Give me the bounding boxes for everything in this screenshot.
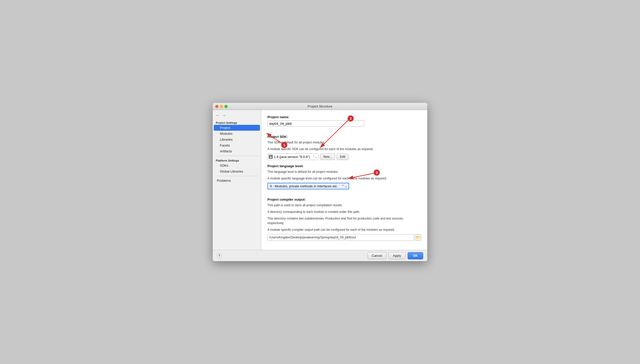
project-sdk-label: Project SDK:: [267, 135, 421, 139]
main-content: Project name: Project SDK: This SDK is d…: [261, 110, 427, 250]
compiler-desc-3: This directory contains two subdirectori…: [267, 216, 421, 225]
folder-browse-button[interactable]: 📁: [415, 234, 421, 241]
project-compiler-label: Project compiler output:: [267, 198, 421, 201]
footer-left: ?: [217, 253, 222, 258]
sidebar-item-sdks-label: SDKs: [220, 164, 228, 167]
sidebar-item-sdks[interactable]: SDKs: [214, 163, 260, 168]
sidebar-item-facets-label: Facets: [220, 143, 230, 147]
sdk-desc-2: A module specific SDK can be configured …: [267, 147, 421, 151]
compiler-desc-4: A module specific compiler output path c…: [267, 227, 421, 232]
forward-button[interactable]: →: [221, 113, 227, 118]
folder-icon: 📁: [416, 235, 420, 239]
sdk-controls: 💾 1.9 (java version "9.0.4") ⌃⌄ New... E…: [267, 153, 421, 160]
minimize-button[interactable]: [220, 105, 223, 108]
sdk-desc-1: This SDK is default for all project modu…: [267, 140, 421, 145]
compiler-desc-2: A directory corresponding to each module…: [267, 210, 421, 214]
cancel-button[interactable]: Cancel: [368, 252, 386, 259]
sidebar-divider-2: [215, 176, 258, 176]
project-sdk-section: Project SDK: This SDK is default for all…: [267, 135, 421, 160]
sidebar-item-libraries[interactable]: Libraries: [214, 137, 260, 142]
maximize-button[interactable]: [224, 105, 228, 108]
project-name-input[interactable]: [267, 120, 364, 127]
sidebar-item-artifacts-label: Artifacts: [220, 149, 232, 153]
sidebar-item-problems-label: Problems: [217, 179, 231, 183]
sidebar-item-global-libraries-label: Global Libraries: [220, 169, 243, 173]
traffic-lights: [215, 105, 228, 108]
lang-desc-1: This language level is default for all p…: [267, 169, 421, 174]
sdk-new-button[interactable]: New...: [320, 153, 335, 160]
close-button[interactable]: [215, 105, 218, 108]
sdk-icon: 💾: [269, 155, 273, 159]
footer-right: Cancel Apply OK: [368, 252, 423, 259]
project-structure-window: Project Structure ← → Project Settings P…: [213, 103, 427, 261]
project-compiler-section: Project compiler output: This path is us…: [267, 198, 421, 241]
compiler-desc-1: This path is used to store all project c…: [267, 203, 421, 208]
back-button[interactable]: ←: [215, 113, 220, 118]
compiler-output-input[interactable]: [267, 234, 414, 241]
sidebar-item-artifacts[interactable]: Artifacts: [214, 148, 260, 154]
project-name-label: Project name:: [267, 115, 421, 119]
project-language-section: Project language level: This language le…: [267, 164, 421, 193]
platform-settings-label: Platform Settings: [213, 157, 261, 163]
sidebar-item-modules[interactable]: Modules: [214, 131, 260, 137]
sidebar-item-libraries-label: Libraries: [220, 138, 233, 141]
apply-button[interactable]: Apply: [388, 252, 406, 259]
window-title: Project Structure: [308, 104, 333, 108]
sdk-select-arrow: ⌃⌄: [313, 155, 317, 159]
sdk-edit-button[interactable]: Edit: [337, 153, 349, 160]
sidebar-item-project[interactable]: Project: [214, 125, 260, 131]
sidebar-item-global-libraries[interactable]: Global Libraries: [214, 168, 260, 174]
project-language-label: Project language level:: [267, 164, 421, 168]
sidebar-item-facets[interactable]: Facets: [214, 142, 260, 148]
project-name-section: Project name:: [267, 115, 421, 131]
nav-controls: ← →: [213, 112, 261, 120]
sidebar-item-project-label: Project: [220, 126, 230, 130]
help-button[interactable]: ?: [217, 253, 222, 258]
sdk-select-value: 1.9 (java version "9.0.4"): [274, 155, 310, 159]
project-settings-label: Project Settings: [213, 120, 261, 125]
sidebar: ← → Project Settings Project Modules Lib…: [213, 110, 261, 250]
sidebar-item-modules-label: Modules: [220, 132, 232, 136]
ok-button[interactable]: OK: [408, 252, 423, 259]
sidebar-item-problems[interactable]: Problems: [214, 178, 260, 184]
sidebar-divider-1: [215, 156, 258, 156]
titlebar: Project Structure: [213, 103, 427, 110]
footer: ? Cancel Apply OK: [213, 250, 427, 261]
compiler-output-row: 📁: [267, 234, 421, 241]
sdk-select[interactable]: 💾 1.9 (java version "9.0.4") ⌃⌄: [267, 153, 318, 160]
lang-desc-2: A module specific language level can be …: [267, 176, 421, 181]
lang-select-wrapper: 9 - Modules, private methods in interfac…: [267, 183, 349, 189]
lang-select[interactable]: 9 - Modules, private methods in interfac…: [267, 183, 349, 189]
window-body: ← → Project Settings Project Modules Lib…: [213, 110, 427, 250]
